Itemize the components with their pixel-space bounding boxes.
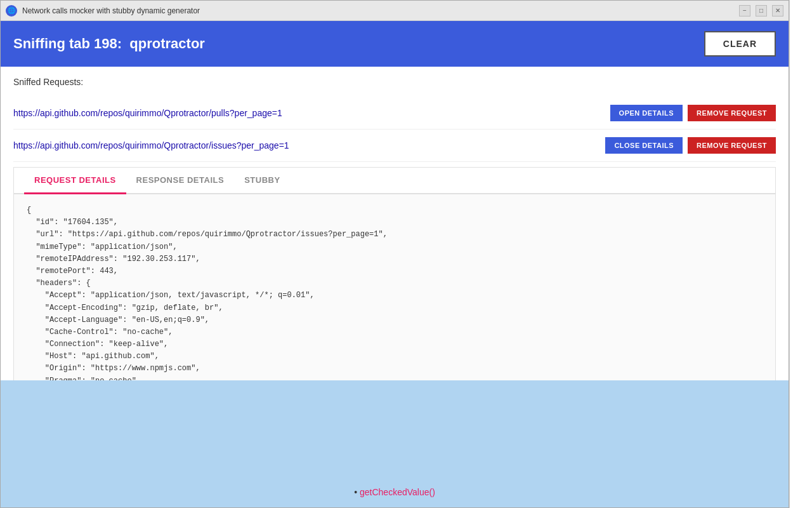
request-actions-2: CLOSE DETAILS REMOVE REQUEST (605, 137, 776, 154)
window-controls: − □ ✕ (739, 5, 783, 17)
request-row: https://api.github.com/repos/quirimmo/Qp… (13, 97, 776, 130)
app-header: Sniffing tab 198: qprotractor CLEAR (1, 21, 789, 67)
header-title: Sniffing tab 198: qprotractor (13, 36, 205, 52)
sniffed-requests-label: Sniffed Requests: (13, 77, 776, 87)
request-row-2: https://api.github.com/repos/quirimmo/Qp… (13, 130, 776, 162)
content-area: Sniffed Requests: https://api.github.com… (1, 67, 789, 380)
request-url-2[interactable]: https://api.github.com/repos/quirimmo/Qp… (13, 140, 289, 150)
tab-response-details[interactable]: RESPONSE DETAILS (126, 168, 235, 194)
clear-button[interactable]: CLEAR (704, 31, 776, 57)
request-url-1[interactable]: https://api.github.com/repos/quirimmo/Qp… (13, 108, 282, 118)
app-icon: 🌐 (6, 5, 17, 17)
bottom-link[interactable]: getCheckedValue() (360, 487, 435, 497)
remove-request-button-2[interactable]: REMOVE REQUEST (688, 137, 776, 154)
close-details-button-2[interactable]: CLOSE DETAILS (605, 137, 683, 154)
right-sidebar (789, 0, 812, 508)
close-button[interactable]: ✕ (772, 5, 783, 17)
json-content: { "id": "17604.135", "url": "https://api… (14, 194, 775, 380)
window-title: Network calls mocker with stubby dynamic… (22, 6, 739, 15)
request-actions-1: OPEN DETAILS REMOVE REQUEST (610, 105, 776, 121)
title-bar: 🌐 Network calls mocker with stubby dynam… (1, 1, 789, 21)
bottom-bullet: • getCheckedValue() (354, 487, 435, 497)
tab-request-details[interactable]: REQUEST DETAILS (24, 168, 126, 194)
app-window: 🌐 Network calls mocker with stubby dynam… (0, 0, 789, 508)
tabs-bar: REQUEST DETAILS RESPONSE DETAILS STUBBY (14, 168, 775, 194)
maximize-button[interactable]: □ (756, 5, 767, 17)
details-panel: REQUEST DETAILS RESPONSE DETAILS STUBBY … (13, 167, 776, 380)
open-details-button-1[interactable]: OPEN DETAILS (610, 105, 683, 121)
header-tab-name: qprotractor (129, 36, 205, 51)
minimize-button[interactable]: − (739, 5, 750, 17)
remove-request-button-1[interactable]: REMOVE REQUEST (688, 105, 776, 121)
tab-stubby[interactable]: STUBBY (234, 168, 290, 194)
header-prefix: Sniffing tab 198: (13, 36, 122, 51)
bottom-area: • getCheckedValue() (1, 380, 789, 507)
